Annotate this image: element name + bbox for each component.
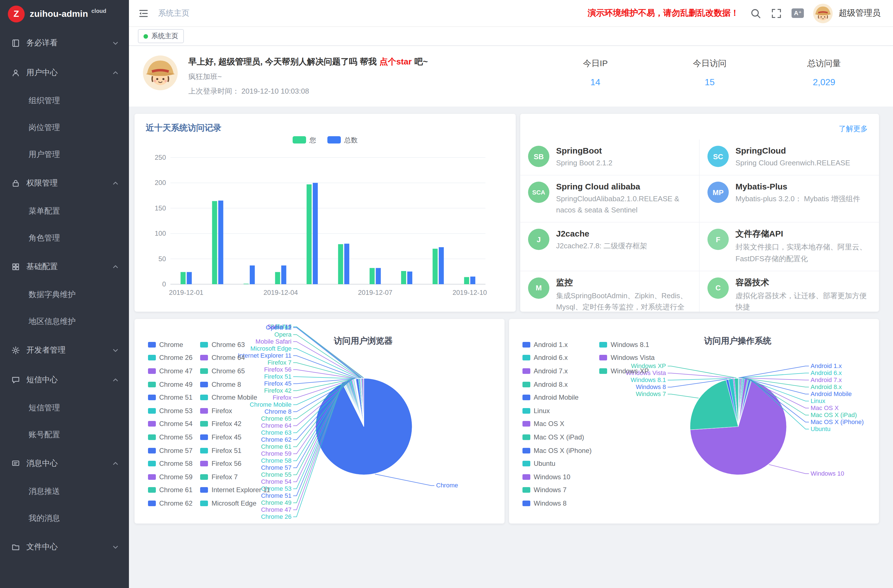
legend-item[interactable]: Windows XP [600, 364, 655, 377]
bar[interactable] [370, 268, 375, 284]
legend-item[interactable]: Chrome 53 [148, 404, 192, 417]
bar[interactable] [313, 183, 318, 284]
legend-item[interactable]: Chrome Mobile [200, 391, 270, 404]
bar[interactable] [281, 265, 286, 284]
legend-item[interactable]: Android 1.x [522, 338, 592, 351]
sidebar-item[interactable]: 基础配置 [0, 252, 129, 281]
legend-item[interactable]: Ubuntu [522, 457, 592, 470]
legend-item[interactable]: Android 6.x [522, 351, 592, 364]
legend-item[interactable]: Chrome 26 [148, 351, 192, 364]
legend-item[interactable]: Firefox 45 [200, 430, 270, 444]
bar[interactable] [401, 271, 406, 284]
last-login-time: 2019-12-10 10:03:08 [241, 87, 309, 95]
legend-item[interactable]: Chrome [148, 338, 192, 351]
bar[interactable] [218, 201, 223, 284]
sidebar-subitem[interactable]: 短信管理 [0, 395, 129, 421]
legend-item[interactable]: Windows 8 [522, 497, 592, 510]
bar[interactable] [344, 244, 349, 284]
bar[interactable] [439, 247, 444, 284]
legend-item[interactable]: Mac OS X [522, 417, 592, 430]
legend-item[interactable]: Firefox 7 [200, 470, 270, 483]
bar[interactable] [250, 265, 255, 284]
greeting-suffix: 吧~ [415, 57, 428, 66]
legend-item[interactable]: Chrome 63 [200, 338, 270, 351]
bar[interactable] [407, 272, 412, 284]
legend-item[interactable]: Mac OS X (iPad) [522, 430, 592, 444]
sidebar-item[interactable]: 文件中心 [0, 532, 129, 562]
legend-item[interactable]: Linux [522, 404, 592, 417]
bar[interactable] [307, 184, 312, 284]
legend-item[interactable]: Chrome 51 [148, 391, 192, 404]
legend-swatch [148, 435, 156, 440]
legend-item[interactable]: Chrome 64 [200, 351, 270, 364]
legend-item[interactable]: Chrome 65 [200, 364, 270, 377]
bar[interactable] [338, 244, 343, 284]
avatar[interactable] [813, 3, 833, 23]
legend-item[interactable]: Windows 8.1 [600, 338, 655, 351]
legend-item[interactable]: Chrome 55 [148, 430, 192, 444]
legend-item[interactable]: Internet Explorer 11 [200, 483, 270, 497]
legend-item[interactable]: Firefox 56 [200, 457, 270, 470]
legend-item[interactable]: Microsoft Edge [200, 497, 270, 510]
legend-item[interactable]: Chrome 62 [148, 497, 192, 510]
fullscreen-icon[interactable] [771, 8, 782, 19]
visits-chart-card: 近十天系统访问记录 您总数 0501001502002502019-12-012… [135, 114, 516, 312]
legend-item[interactable]: Chrome 8 [200, 378, 270, 391]
legend-item[interactable]: Chrome 61 [148, 483, 192, 497]
bar[interactable] [275, 272, 280, 284]
bar[interactable] [433, 249, 437, 284]
bar[interactable] [187, 272, 192, 284]
sidebar-subitem[interactable]: 组织管理 [0, 87, 129, 114]
sidebar-subitem[interactable]: 用户管理 [0, 141, 129, 168]
bar[interactable] [212, 201, 217, 284]
legend-item[interactable]: Windows 7 [522, 483, 592, 497]
legend-item[interactable]: 总数 [328, 136, 358, 144]
axis-label: 150 [155, 204, 166, 212]
bar[interactable] [244, 284, 249, 284]
legend-item[interactable]: Windows Vista [600, 351, 655, 364]
menu-collapse-icon[interactable] [138, 8, 149, 19]
sidebar-subitem[interactable]: 我的消息 [0, 505, 129, 532]
font-size-icon[interactable]: A⁺ [792, 8, 804, 18]
star-link[interactable]: 点个star [379, 57, 412, 66]
legend-item[interactable]: Mac OS X (iPhone) [522, 444, 592, 457]
learn-more-link[interactable]: 了解更多 [839, 124, 868, 134]
legend-item[interactable]: Firefox [200, 404, 270, 417]
bar[interactable] [376, 268, 381, 284]
sidebar-item-label: 权限管理 [26, 178, 105, 188]
sidebar-subitem[interactable]: 消息推送 [0, 478, 129, 505]
legend-item[interactable]: Chrome 54 [148, 417, 192, 430]
bar[interactable] [470, 277, 475, 284]
warning-banner: 演示环境维护不易，请勿乱删乱改数据！ [588, 8, 739, 18]
tab-system-home[interactable]: 系统主页 [138, 29, 184, 43]
sidebar-item[interactable]: 权限管理 [0, 168, 129, 198]
sidebar-item[interactable]: 开发者管理 [0, 335, 129, 365]
legend-item[interactable]: Android Mobile [522, 391, 592, 404]
sidebar-subitem[interactable]: 账号配置 [0, 421, 129, 448]
sidebar-subitem[interactable]: 数据字典维护 [0, 281, 129, 308]
bar[interactable] [464, 277, 469, 284]
legend-item[interactable]: 您 [293, 136, 316, 144]
sidebar-subitem[interactable]: 角色管理 [0, 225, 129, 252]
legend-item[interactable]: Chrome 59 [148, 470, 192, 483]
legend-item[interactable]: Firefox 51 [200, 444, 270, 457]
legend-item[interactable]: Chrome 49 [148, 378, 192, 391]
bar[interactable] [180, 272, 186, 284]
legend-item[interactable]: Chrome 57 [148, 444, 192, 457]
legend-label: Firefox 56 [212, 460, 242, 468]
search-icon[interactable] [750, 8, 762, 19]
legend-item[interactable]: Chrome 58 [148, 457, 192, 470]
logo[interactable]: Z zuihou-admin cloud [0, 0, 129, 28]
sidebar-item[interactable]: 短信中心 [0, 365, 129, 395]
sidebar-item[interactable]: 务必详看 [0, 28, 129, 58]
sidebar-item[interactable]: 消息中心 [0, 448, 129, 478]
sidebar-item[interactable]: 用户中心 [0, 58, 129, 87]
sidebar-subitem[interactable]: 岗位管理 [0, 114, 129, 141]
legend-item[interactable]: Android 7.x [522, 364, 592, 377]
sidebar-subitem[interactable]: 菜单配置 [0, 198, 129, 225]
legend-item[interactable]: Chrome 47 [148, 364, 192, 377]
sidebar-subitem[interactable]: 地区信息维护 [0, 308, 129, 335]
legend-item[interactable]: Firefox 42 [200, 417, 270, 430]
legend-item[interactable]: Windows 10 [522, 470, 592, 483]
legend-item[interactable]: Android 8.x [522, 378, 592, 391]
